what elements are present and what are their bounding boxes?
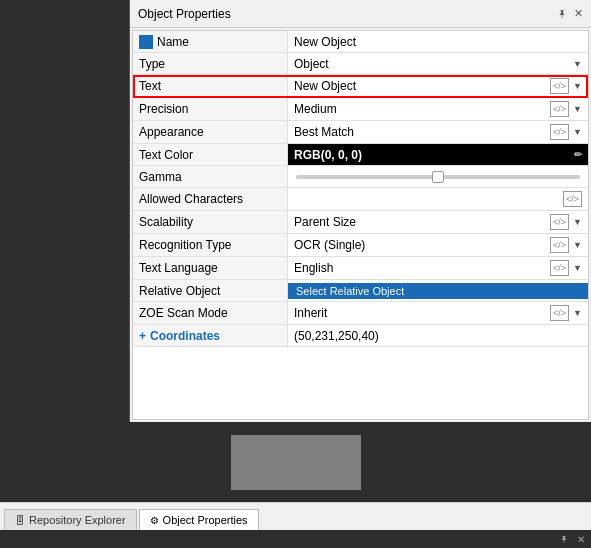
prop-label-text-language: Text Language xyxy=(133,257,288,279)
prop-row-appearance: Appearance Best Match </> ▼ xyxy=(133,121,588,144)
bottom-area xyxy=(0,422,591,502)
pin-icon[interactable]: 🖈 xyxy=(557,8,568,20)
type-dropdown-icon: ▼ xyxy=(571,59,582,69)
gamma-slider[interactable] xyxy=(288,175,588,179)
statusbar-icons: 🖈 ✕ xyxy=(559,534,585,545)
object-properties-tab-icon: ⚙ xyxy=(150,515,159,526)
close-icon[interactable]: ✕ xyxy=(574,7,583,20)
text-code-icon: </> ▼ xyxy=(550,78,582,94)
select-relative-object-button[interactable]: Select Relative Object xyxy=(288,283,588,299)
prop-value-text[interactable]: New Object </> ▼ xyxy=(288,75,588,97)
repo-explorer-icon: 🗄 xyxy=(15,515,25,526)
coordinates-plus-icon[interactable]: + xyxy=(139,329,146,343)
prop-row-name: Name New Object xyxy=(133,31,588,53)
prop-label-allowed-chars: Allowed Characters xyxy=(133,188,288,210)
prop-label-recognition-type: Recognition Type xyxy=(133,234,288,256)
prop-value-name: New Object xyxy=(288,31,588,52)
prop-row-allowed-chars: Allowed Characters </> xyxy=(133,188,588,211)
prop-label-relative-object: Relative Object xyxy=(133,280,288,301)
prop-row-text: Text New Object </> ▼ xyxy=(133,75,588,98)
allowed-chars-icon: </> xyxy=(563,191,582,207)
statusbar-pin-icon[interactable]: 🖈 xyxy=(559,534,569,545)
zoe-scan-mode-icon: </> ▼ xyxy=(550,305,582,321)
recognition-type-icon: </> ▼ xyxy=(550,237,582,253)
prop-label-name: Name xyxy=(133,31,288,52)
prop-label-precision: Precision xyxy=(133,98,288,120)
prop-value-type[interactable]: Object ▼ xyxy=(288,53,588,74)
tab-object-properties[interactable]: ⚙ Object Properties xyxy=(139,509,259,530)
prop-label-text: Text xyxy=(133,75,288,97)
properties-table: Name New Object Type Object ▼ Text xyxy=(132,30,589,420)
prop-row-type: Type Object ▼ xyxy=(133,53,588,75)
name-color-box xyxy=(139,35,153,49)
prop-value-recognition-type[interactable]: OCR (Single) </> ▼ xyxy=(288,234,588,256)
prop-row-text-language: Text Language English </> ▼ xyxy=(133,257,588,280)
panel-titlebar: Object Properties 🖈 ✕ xyxy=(130,0,591,28)
prop-label-text-color: Text Color xyxy=(133,144,288,165)
prop-label-type: Type xyxy=(133,53,288,74)
left-panel xyxy=(0,0,130,422)
prop-row-gamma: Gamma xyxy=(133,166,588,188)
text-dropdown-arrow: ▼ xyxy=(573,81,582,91)
text-language-icon: </> ▼ xyxy=(550,260,582,276)
code-brackets-icon: </> xyxy=(550,78,569,94)
prop-label-appearance: Appearance xyxy=(133,121,288,143)
gamma-thumb xyxy=(432,171,444,183)
prop-value-text-color[interactable]: RGB(0, 0, 0) ✏ xyxy=(288,144,588,165)
prop-value-scalability[interactable]: Parent Size </> ▼ xyxy=(288,211,588,233)
panel-title: Object Properties xyxy=(138,7,231,21)
appearance-icon: </> ▼ xyxy=(550,124,582,140)
prop-label-scalability: Scalability xyxy=(133,211,288,233)
prop-label-coordinates: + Coordinates xyxy=(133,325,288,346)
precision-icon: </> ▼ xyxy=(550,101,582,117)
preview-box xyxy=(231,435,361,490)
prop-row-scalability: Scalability Parent Size </> ▼ xyxy=(133,211,588,234)
text-color-pencil-icon[interactable]: ✏ xyxy=(574,149,582,160)
right-panel: Object Properties 🖈 ✕ Name New Object xyxy=(130,0,591,422)
bottom-statusbar: 🖈 ✕ xyxy=(0,530,591,548)
prop-value-text-language[interactable]: English </> ▼ xyxy=(288,257,588,279)
prop-value-allowed-chars[interactable]: </> xyxy=(288,188,588,210)
statusbar-close-icon[interactable]: ✕ xyxy=(577,534,585,545)
prop-row-relative-object: Relative Object Select Relative Object xyxy=(133,280,588,302)
prop-row-zoe-scan-mode: ZOE Scan Mode Inherit </> ▼ xyxy=(133,302,588,325)
prop-row-precision: Precision Medium </> ▼ xyxy=(133,98,588,121)
main-area: Object Properties 🖈 ✕ Name New Object xyxy=(0,0,591,422)
titlebar-icons: 🖈 ✕ xyxy=(557,7,583,20)
prop-label-gamma: Gamma xyxy=(133,166,288,187)
prop-label-zoe-scan-mode: ZOE Scan Mode xyxy=(133,302,288,324)
tab-repository-explorer[interactable]: 🗄 Repository Explorer xyxy=(4,509,137,530)
prop-value-appearance[interactable]: Best Match </> ▼ xyxy=(288,121,588,143)
prop-value-coordinates: (50,231,250,40) xyxy=(288,325,588,346)
prop-row-recognition-type: Recognition Type OCR (Single) </> ▼ xyxy=(133,234,588,257)
prop-value-zoe-scan-mode[interactable]: Inherit </> ▼ xyxy=(288,302,588,324)
prop-value-relative-object: Select Relative Object xyxy=(288,280,588,301)
prop-row-coordinates: + Coordinates (50,231,250,40) xyxy=(133,325,588,347)
prop-value-precision[interactable]: Medium </> ▼ xyxy=(288,98,588,120)
tab-bar: 🗄 Repository Explorer ⚙ Object Propertie… xyxy=(0,502,591,530)
scalability-icon: </> ▼ xyxy=(550,214,582,230)
prop-row-text-color: Text Color RGB(0, 0, 0) ✏ xyxy=(133,144,588,166)
prop-value-gamma[interactable] xyxy=(288,166,588,187)
gamma-track xyxy=(296,175,580,179)
